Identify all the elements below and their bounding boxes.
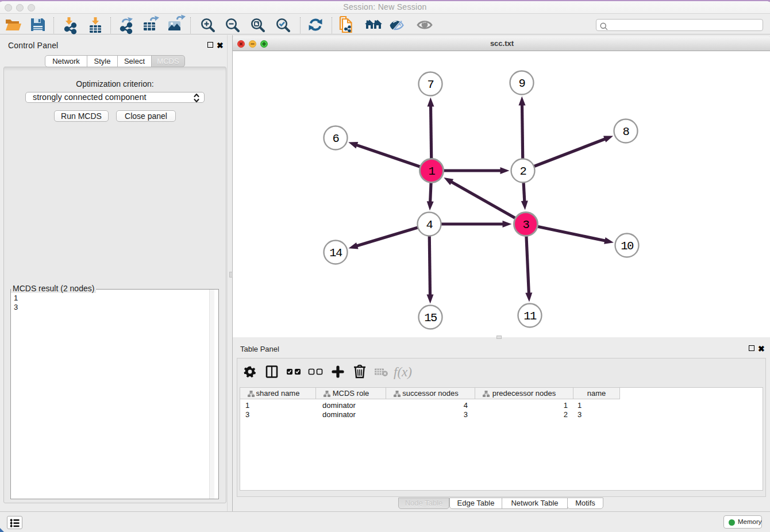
svg-text:3: 3 (523, 218, 529, 232)
svg-text:10: 10 (621, 240, 634, 253)
svg-text:7: 7 (428, 78, 434, 91)
svg-text:14: 14 (329, 246, 342, 260)
svg-text:8: 8 (623, 125, 629, 138)
svg-text:f(x): f(x) (394, 365, 412, 379)
svg-text:1: 1 (429, 165, 436, 178)
svg-text:15: 15 (424, 311, 437, 325)
svg-text:6: 6 (333, 132, 339, 145)
svg-text:11: 11 (523, 310, 537, 323)
svg-text:2: 2 (520, 165, 526, 178)
svg-text:4: 4 (426, 218, 433, 232)
svg-text:9: 9 (519, 77, 525, 90)
